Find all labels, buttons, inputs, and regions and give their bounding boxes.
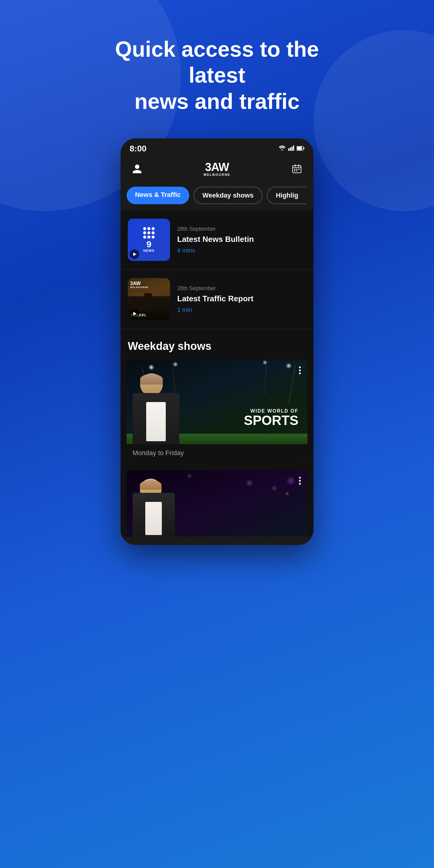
wifi-icon <box>278 145 286 153</box>
wws-title-line2: SPORTS <box>244 414 298 427</box>
news-duration-traffic: 1 min <box>177 306 306 313</box>
status-time: 8:00 <box>130 144 146 154</box>
show-card-2[interactable] <box>127 470 307 536</box>
news-date-traffic: 28th September <box>177 285 306 292</box>
svg-rect-5 <box>297 147 302 150</box>
news-info-traffic: 28th September Latest Traffic Report 1 m… <box>177 285 306 313</box>
logo-subtitle: MELBOURNE <box>204 173 231 177</box>
play-icon <box>133 252 136 256</box>
svg-rect-6 <box>303 148 304 149</box>
status-bar: 8:00 <box>121 138 313 157</box>
tabs-row: News & Traffic Weekday shows Highlig <box>121 183 313 210</box>
calendar-icon <box>292 163 302 174</box>
svg-rect-0 <box>288 148 289 151</box>
svg-rect-8 <box>293 167 301 168</box>
app-header: 3AW MELBOURNE <box>121 157 313 183</box>
tab-highlights[interactable]: Highlig <box>267 187 307 204</box>
battery-icon <box>297 145 304 153</box>
status-icons <box>278 145 304 153</box>
phone-mockup-container: 8:00 <box>121 138 313 802</box>
dot-2 <box>299 369 301 371</box>
dot-3 <box>299 483 301 485</box>
dot-1 <box>299 367 301 368</box>
play-icon-traffic <box>133 312 136 315</box>
svg-rect-13 <box>298 169 300 170</box>
calendar-button[interactable] <box>289 161 304 177</box>
svg-rect-10 <box>298 164 299 167</box>
logo-text: 3AW <box>205 161 229 173</box>
svg-rect-12 <box>296 169 298 170</box>
dot-1 <box>299 477 301 478</box>
person-icon <box>132 163 142 174</box>
dot-2 <box>299 480 301 482</box>
wws-subtitle: Monday to Friday <box>127 444 307 462</box>
show-card-wws[interactable]: WIDE WORLD OF SPORTS Monday to Frid <box>127 360 307 462</box>
page-title: Quick access to the latest news and traf… <box>111 36 323 114</box>
svg-rect-15 <box>296 170 298 171</box>
news-info-bulletin: 28th September Latest News Bulletin 4 mi… <box>177 226 306 254</box>
news-duration-bulletin: 4 mins <box>177 247 306 254</box>
wws-more-menu[interactable] <box>297 365 303 376</box>
news-thumb-bulletin: 9 NEWS <box>128 219 170 261</box>
news-title-traffic: Latest Traffic Report <box>177 294 306 303</box>
news-title-bulletin: Latest News Bulletin <box>177 235 306 244</box>
news-item-traffic[interactable]: 3AW MELBOURNE TRAFFI 28th September Late… <box>121 270 313 329</box>
content-area: 9 NEWS 28th September Latest News Bullet… <box>121 210 313 536</box>
signal-icon <box>288 145 294 153</box>
news-item-bulletin[interactable]: 9 NEWS 28th September Latest News Bullet… <box>121 210 313 270</box>
svg-rect-1 <box>290 148 291 151</box>
news-date-bulletin: 28th September <box>177 226 306 232</box>
svg-rect-11 <box>294 169 295 170</box>
svg-rect-14 <box>294 170 295 171</box>
svg-rect-9 <box>295 164 296 167</box>
weekday-shows-title: Weekday shows <box>121 329 313 360</box>
news-thumb-traffic: 3AW MELBOURNE TRAFFI <box>128 278 170 320</box>
show-card-wws-image: WIDE WORLD OF SPORTS <box>127 360 307 444</box>
show-card-2-more-menu[interactable] <box>297 475 303 487</box>
header-section: Quick access to the latest news and traf… <box>0 0 434 138</box>
svg-rect-2 <box>292 147 293 151</box>
nine-dots-logo <box>143 227 155 239</box>
dot-3 <box>299 372 301 374</box>
play-button-bulletin[interactable] <box>130 249 139 259</box>
play-button-traffic[interactable] <box>130 309 139 318</box>
phone-mockup: 8:00 <box>121 138 313 545</box>
tab-weekday-shows[interactable]: Weekday shows <box>194 187 263 204</box>
app-logo: 3AW MELBOURNE <box>204 161 231 177</box>
profile-button[interactable] <box>130 161 145 177</box>
tab-news-traffic[interactable]: News & Traffic <box>127 187 189 204</box>
show-card-2-image <box>127 470 307 536</box>
svg-rect-3 <box>293 145 295 151</box>
